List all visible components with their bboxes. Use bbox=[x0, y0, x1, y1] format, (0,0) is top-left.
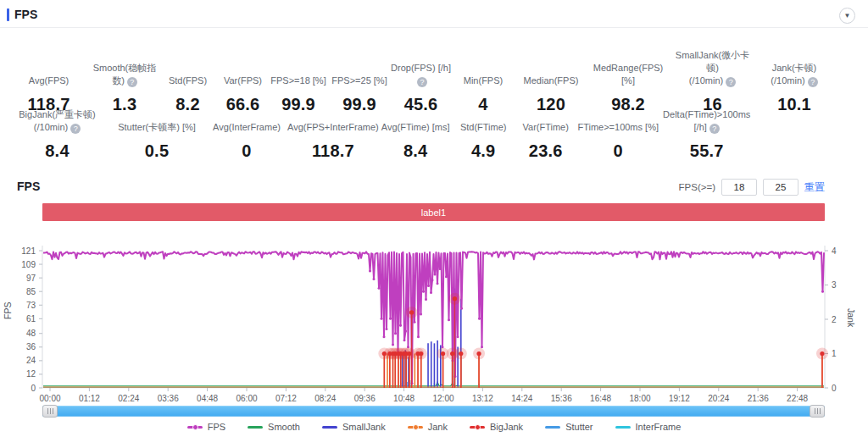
svg-text:07:12: 07:12 bbox=[275, 394, 297, 403]
stat-label: Median(FPS) bbox=[524, 62, 579, 87]
legend-label: BigJank bbox=[490, 422, 523, 432]
stat-cell: Var(FPS)66.6 bbox=[217, 49, 269, 114]
legend-item-bigjank[interactable]: BigJank bbox=[470, 422, 523, 432]
series-fps bbox=[43, 252, 824, 383]
stat-label: Smooth(稳帧指数)? bbox=[91, 62, 159, 87]
stat-cell: Smooth(稳帧指数)?1.3 bbox=[91, 49, 159, 114]
label-banner-text: label1 bbox=[421, 207, 446, 218]
svg-text:19:12: 19:12 bbox=[669, 394, 690, 403]
help-icon[interactable]: ? bbox=[417, 77, 427, 87]
legend-swatch bbox=[615, 426, 631, 429]
stat-label: Jank(卡顿)(/10min)? bbox=[771, 62, 817, 87]
legend-swatch bbox=[545, 426, 560, 429]
svg-text:04:48: 04:48 bbox=[197, 394, 218, 403]
svg-text:00:00: 00:00 bbox=[39, 394, 60, 403]
stat-label: MedRange(FPS)[%] bbox=[587, 62, 670, 87]
stat-cell: MedRange(FPS)[%]98.2 bbox=[587, 49, 670, 114]
chart-range-scrollbar[interactable] bbox=[42, 406, 825, 417]
svg-text:21:36: 21:36 bbox=[748, 394, 769, 403]
scrollbar-track[interactable] bbox=[42, 406, 825, 417]
stat-cell: FTime>=100ms [%]0 bbox=[577, 108, 659, 161]
stat-label: FPS>=18 [%] bbox=[270, 62, 326, 87]
fps-threshold-label: FPS(>=) bbox=[679, 182, 715, 192]
help-icon[interactable]: ? bbox=[70, 124, 81, 134]
stat-value: 8.4 bbox=[403, 141, 427, 161]
stat-cell: Avg(InterFrame)0 bbox=[206, 108, 287, 161]
legend-label: Jank bbox=[428, 422, 448, 432]
stat-cell: SmallJank(微小卡顿)(/10min)?16 bbox=[670, 49, 755, 114]
svg-text:02:24: 02:24 bbox=[118, 394, 139, 403]
svg-text:109: 109 bbox=[21, 260, 36, 269]
panel-title: FPS bbox=[14, 8, 37, 21]
stat-label: Std(FPS) bbox=[169, 62, 207, 87]
label-banner: label1 bbox=[42, 203, 825, 221]
svg-text:Jank: Jank bbox=[846, 308, 856, 328]
stats-row-1: Avg(FPS)118.7Smooth(稳帧指数)?1.3Std(FPS)8.2… bbox=[7, 49, 846, 114]
chart-legend: FPSSmoothSmallJankJankBigJankStutterInte… bbox=[0, 422, 868, 432]
legend-item-interframe[interactable]: InterFrame bbox=[615, 422, 682, 432]
chevron-down-icon: ▼ bbox=[844, 13, 851, 19]
stat-label: Var(FTime) bbox=[523, 108, 569, 134]
svg-text:3: 3 bbox=[832, 280, 837, 290]
stat-cell: FPS>=18 [%]99.9 bbox=[269, 49, 328, 114]
svg-text:06:00: 06:00 bbox=[236, 394, 257, 403]
stat-cell: Stutter(卡顿率) [%]0.5 bbox=[108, 108, 206, 161]
svg-text:FPS: FPS bbox=[3, 302, 13, 319]
legend-item-fps[interactable]: FPS bbox=[187, 422, 225, 432]
stat-cell: Avg(FTime) [ms]8.4 bbox=[379, 108, 453, 161]
reset-link[interactable]: 重置 bbox=[804, 180, 825, 195]
stat-cell: BigJank(严重卡顿)(/10min)?8.4 bbox=[7, 108, 108, 161]
help-icon[interactable]: ? bbox=[709, 124, 720, 134]
legend-item-smalljank[interactable]: SmallJank bbox=[322, 422, 386, 432]
fps-threshold-max-input[interactable] bbox=[763, 179, 798, 196]
fps-threshold-min-input[interactable] bbox=[721, 179, 757, 196]
svg-text:16:48: 16:48 bbox=[590, 394, 611, 403]
help-icon[interactable]: ? bbox=[808, 77, 818, 87]
svg-text:10:48: 10:48 bbox=[393, 394, 415, 403]
fps-threshold-filter: FPS(>=) 重置 bbox=[679, 179, 825, 196]
legend-item-jank[interactable]: Jank bbox=[408, 422, 448, 432]
svg-text:14:24: 14:24 bbox=[511, 394, 532, 403]
stat-label: Avg(FPS+InterFrame) bbox=[287, 108, 379, 134]
stat-cell: Delta(FTime)>100ms [/h]?55.7 bbox=[659, 108, 754, 161]
collapse-button[interactable]: ▼ bbox=[839, 8, 855, 24]
stat-value: 118.7 bbox=[312, 141, 354, 161]
legend-swatch bbox=[187, 426, 203, 429]
legend-swatch bbox=[408, 426, 423, 429]
stat-cell: Median(FPS)120 bbox=[515, 49, 587, 114]
stat-cell: Avg(FPS)118.7 bbox=[7, 49, 91, 114]
legend-item-stutter[interactable]: Stutter bbox=[545, 422, 593, 432]
svg-text:97: 97 bbox=[26, 274, 36, 283]
scrollbar-left-handle[interactable] bbox=[42, 405, 58, 418]
series-bigjank bbox=[378, 293, 828, 388]
svg-text:36: 36 bbox=[26, 342, 36, 351]
legend-label: InterFrame bbox=[636, 422, 682, 432]
svg-text:4: 4 bbox=[832, 246, 837, 256]
svg-text:08:24: 08:24 bbox=[314, 394, 336, 403]
stat-value: 8.4 bbox=[45, 141, 69, 161]
stat-value: 0 bbox=[614, 141, 623, 161]
stats-row-2: BigJank(严重卡顿)(/10min)?8.4Stutter(卡顿率) [%… bbox=[7, 108, 753, 161]
svg-text:61: 61 bbox=[26, 314, 36, 324]
stat-label: Avg(FPS) bbox=[29, 62, 69, 87]
stat-label: FTime>=100ms [%] bbox=[577, 108, 659, 134]
legend-swatch bbox=[322, 426, 337, 429]
help-icon[interactable]: ? bbox=[127, 77, 137, 87]
svg-text:0: 0 bbox=[832, 384, 837, 393]
stat-label: Drop(FPS) [/h]? bbox=[391, 62, 451, 87]
svg-text:48: 48 bbox=[26, 329, 36, 338]
stat-label: Avg(InterFrame) bbox=[213, 108, 281, 134]
stat-label: FPS>=25 [%] bbox=[331, 62, 387, 87]
legend-swatch bbox=[470, 426, 485, 429]
chart-svg: 121109978573614836241204321000:0001:1202… bbox=[0, 224, 868, 403]
stat-value: 0 bbox=[242, 141, 251, 161]
legend-item-smooth[interactable]: Smooth bbox=[248, 422, 300, 432]
svg-text:18:00: 18:00 bbox=[629, 394, 650, 403]
stat-cell: Jank(卡顿)(/10min)?10.1 bbox=[755, 49, 833, 114]
series-smooth bbox=[43, 382, 824, 386]
svg-text:24: 24 bbox=[26, 356, 36, 365]
stat-value: 4.9 bbox=[471, 141, 495, 161]
scrollbar-right-handle[interactable] bbox=[810, 405, 825, 418]
help-icon[interactable]: ? bbox=[726, 77, 736, 87]
fps-jank-chart[interactable]: 121109978573614836241204321000:0001:1202… bbox=[0, 224, 868, 403]
